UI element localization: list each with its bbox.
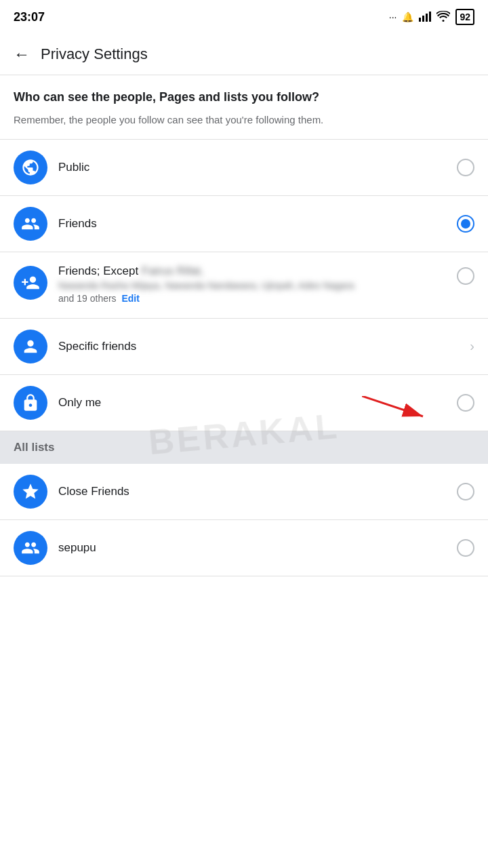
option-close-friends-content: Close Friends [58, 485, 457, 498]
back-button[interactable]: ← [14, 45, 30, 64]
radio-only-me[interactable] [457, 394, 474, 412]
option-close-friends-label: Close Friends [58, 485, 457, 498]
radio-friends-except[interactable] [457, 267, 474, 285]
sepupu-icon [21, 538, 40, 557]
option-friends-content: Friends [58, 217, 457, 231]
option-friends-except-sublabel: Nawanda Rasha Wijaya, Nawanda Nandawara,… [58, 279, 457, 306]
friends-icon [21, 214, 40, 233]
option-only-me[interactable]: Only me [0, 375, 488, 431]
lock-icon-bg [14, 386, 47, 420]
option-friends-except-content: Friends; Except Fairus Rifat, Nawanda Ra… [58, 264, 457, 306]
option-sepupu-label: sepupu [58, 541, 457, 555]
option-public[interactable]: Public [0, 140, 488, 196]
globe-icon [21, 158, 40, 177]
blurred-names-2: Nawanda Rasha Wijaya, Nawanda Nandawara,… [58, 280, 354, 291]
option-sepupu[interactable]: sepupu [0, 520, 488, 576]
page-title: Privacy Settings [41, 45, 148, 63]
lock-icon [21, 393, 40, 412]
signal-icon [419, 11, 431, 24]
question-section: Who can see the people, Pages and lists … [0, 75, 488, 140]
bell-icon: 🔔 [402, 12, 413, 22]
globe-icon-bg [14, 151, 47, 184]
svg-rect-2 [426, 14, 428, 22]
more-icon: ··· [389, 12, 397, 22]
sepupu-icon-bg [14, 531, 47, 565]
question-description: Remember, the people you follow can see … [14, 113, 474, 128]
svg-line-5 [362, 396, 423, 416]
radio-sepupu[interactable] [457, 539, 474, 557]
option-specific-friends[interactable]: Specific friends › [0, 319, 488, 375]
option-sepupu-content: sepupu [58, 541, 457, 555]
star-icon-bg [14, 475, 47, 509]
option-public-content: Public [58, 161, 457, 174]
radio-friends[interactable] [457, 215, 474, 233]
status-bar: 23:07 ··· 🔔 92 [0, 0, 488, 34]
battery-icon: 92 [455, 9, 474, 25]
status-time: 23:07 [14, 10, 45, 24]
all-lists-label: All lists [14, 441, 54, 454]
option-friends[interactable]: Friends [0, 196, 488, 252]
page-header: ← Privacy Settings [0, 34, 488, 75]
red-arrow-icon [362, 396, 443, 423]
option-specific-friends-content: Specific friends [58, 340, 470, 353]
svg-rect-3 [429, 12, 431, 22]
friends-except-icon-bg [14, 266, 47, 300]
option-friends-except-label: Friends; Except Fairus Rifat, [58, 264, 457, 278]
option-friends-except[interactable]: Friends; Except Fairus Rifat, Nawanda Ra… [0, 252, 488, 319]
all-lists-section-header: All lists [0, 431, 488, 464]
edit-link[interactable]: Edit [121, 293, 139, 304]
friends-icon-bg [14, 207, 47, 241]
wifi-icon [436, 11, 450, 24]
radio-close-friends[interactable] [457, 483, 474, 500]
option-friends-label: Friends [58, 217, 457, 231]
blurred-names: Fairus Rifat, [142, 264, 204, 277]
star-icon [21, 482, 40, 501]
question-title: Who can see the people, Pages and lists … [14, 89, 474, 106]
option-close-friends[interactable]: Close Friends [0, 464, 488, 520]
specific-friends-icon-bg [14, 330, 47, 363]
status-icons: ··· 🔔 92 [389, 9, 474, 25]
friends-except-icon [21, 273, 40, 292]
option-specific-friends-label: Specific friends [58, 340, 470, 353]
svg-rect-0 [419, 18, 421, 22]
specific-friends-icon [21, 337, 40, 356]
radio-public[interactable] [457, 159, 474, 176]
chevron-right-icon: › [470, 338, 474, 354]
svg-rect-1 [422, 16, 424, 22]
option-public-label: Public [58, 161, 457, 174]
